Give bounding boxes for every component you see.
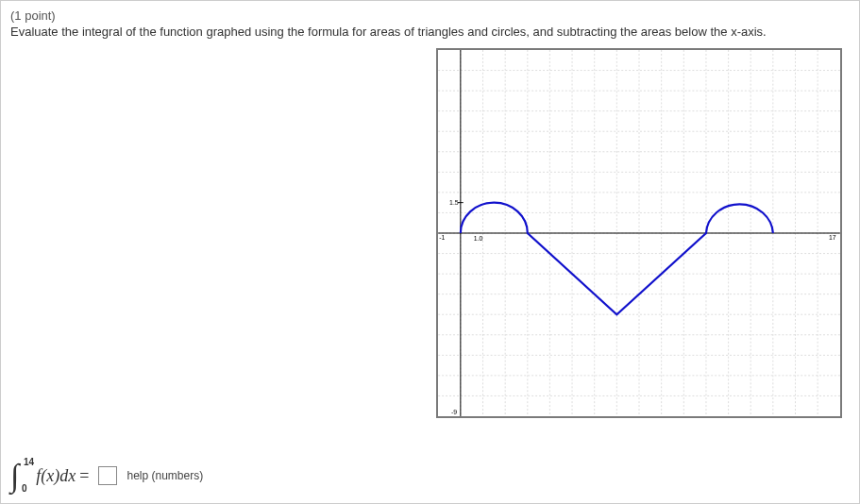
integrand: f(x)dx — [36, 466, 76, 486]
graph-box: -1 17 1.5 -9 1.0 — [436, 48, 842, 418]
equals-sign: = — [79, 466, 89, 486]
origin-marker: 1.0 — [474, 235, 483, 242]
integral-expression: ∫ 14 0 f(x)dx = — [10, 460, 93, 492]
prompt-text: Evaluate the integral of the function gr… — [10, 25, 850, 39]
integral-symbol: ∫ 14 0 — [10, 460, 19, 492]
x-tick-left: -1 — [439, 234, 445, 241]
graph-svg: -1 17 1.5 -9 1.0 — [438, 50, 840, 416]
y-tick-upper: 1.5 — [449, 199, 459, 206]
problem-container: (1 point) Evaluate the integral of the f… — [0, 0, 860, 504]
graph-area: -1 17 1.5 -9 1.0 — [10, 48, 850, 421]
help-link[interactable]: help (numbers) — [126, 469, 203, 482]
integral-upper-limit: 14 — [24, 458, 34, 467]
y-tick-lower: -9 — [451, 409, 457, 415]
x-tick-right: 17 — [829, 234, 836, 241]
points-label: (1 point) — [10, 8, 850, 23]
answer-row: ∫ 14 0 f(x)dx = help (numbers) — [10, 460, 203, 492]
answer-input[interactable] — [98, 466, 117, 485]
integral-lower-limit: 0 — [22, 484, 27, 494]
